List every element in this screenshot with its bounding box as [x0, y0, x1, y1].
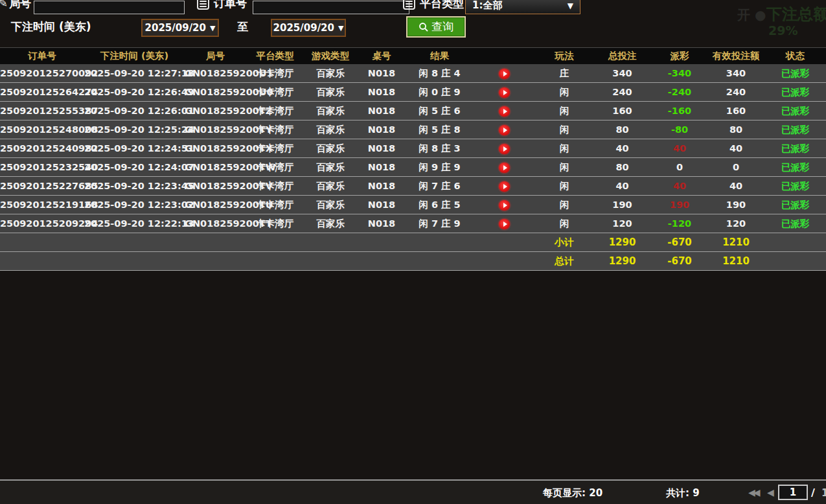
cell-result: 闲 6 庄 5 — [406, 199, 473, 211]
play-video-icon[interactable] — [499, 87, 510, 98]
result-video-cell — [473, 68, 536, 79]
cell-result: 闲 9 庄 9 — [406, 161, 473, 174]
cell-table-no: N018 — [357, 218, 406, 229]
cell-order-no: 250920125209294 — [0, 218, 84, 229]
cell-payout: -240 — [652, 87, 707, 97]
search-icon — [419, 22, 429, 32]
cell-valid-bet: 160 — [707, 106, 764, 116]
cell-play: 闲 — [536, 180, 593, 192]
cell-status: 已派彩 — [764, 218, 826, 230]
table-row: 2509201252276852025-09-20 12:23:45GN0182… — [0, 177, 826, 196]
cell-game-type: 百家乐 — [304, 143, 357, 155]
triangle-icon — [503, 203, 507, 208]
cell-status: 已派彩 — [764, 161, 826, 174]
triangle-icon — [503, 90, 507, 95]
query-button[interactable]: 查询 — [407, 17, 465, 36]
table-body: 2509201252700922025-09-20 12:27:18GN0182… — [0, 64, 826, 271]
page-separator: / — [811, 487, 815, 499]
cell-total-bet: 120 — [593, 218, 652, 229]
cell-game-type: 百家乐 — [304, 124, 357, 136]
cell-game-no: GN018259200TW — [185, 162, 246, 172]
cell-order-no: 250920125248008 — [0, 124, 84, 135]
cell-bet-time: 2025-09-20 12:26:49 — [84, 87, 185, 97]
date-to-picker[interactable]: 2025/09/20 ▼ — [271, 19, 346, 37]
col-platform: 平台类型 — [246, 50, 304, 62]
cell-total-bet: 340 — [593, 68, 652, 78]
platform-type-select[interactable]: 1:全部 ▼ — [465, 0, 580, 14]
cell-game-no: GN018259200U1 — [185, 68, 246, 78]
subtotal-row-valid_bet: 1210 — [707, 236, 764, 248]
cell-game-type: 百家乐 — [304, 67, 357, 80]
cell-valid-bet: 80 — [707, 124, 764, 135]
result-video-cell — [473, 162, 536, 173]
col-play: 玩法 — [536, 50, 593, 62]
cell-payout: 40 — [652, 143, 707, 154]
cell-result: 闲 8 庄 3 — [406, 143, 473, 155]
play-video-icon[interactable] — [499, 125, 510, 135]
pagination-bar: 每页显示: 20 共计: 9 ◀◀ ◀ / 1 — [0, 479, 826, 504]
prev-page-button[interactable]: ◀ — [767, 487, 774, 498]
game-no-label: 局号 — [9, 0, 31, 11]
cell-status: 已派彩 — [764, 86, 826, 98]
bet-records-window: { "filters": { "game_no": { "label": "局号… — [0, 0, 826, 504]
play-video-icon[interactable] — [499, 106, 510, 117]
chevron-down-icon: ▼ — [210, 24, 215, 32]
cell-order-no: 250920125264274 — [0, 87, 84, 97]
chevron-down-icon: ▼ — [568, 1, 573, 10]
total-count-label: 共计: 9 — [666, 487, 700, 499]
cell-platform: 卡卡湾厅 — [246, 161, 304, 174]
triangle-icon — [503, 222, 507, 227]
cell-game-type: 百家乐 — [304, 218, 357, 230]
col-payout: 派彩 — [652, 50, 707, 62]
page-number-input[interactable] — [778, 485, 808, 500]
platform-type-label: 平台类型 — [420, 0, 464, 11]
cell-result: 闲 7 庄 6 — [406, 180, 473, 192]
cell-bet-time: 2025-09-20 12:26:01 — [84, 106, 185, 116]
first-page-button[interactable]: ◀◀ — [748, 487, 759, 498]
play-video-icon[interactable] — [499, 163, 510, 173]
cell-table-no: N018 — [357, 181, 406, 191]
cell-game-type: 百家乐 — [304, 199, 357, 211]
cell-valid-bet: 0 — [707, 162, 764, 172]
cell-platform: 卡卡湾厅 — [246, 143, 304, 155]
cell-game-no: GN018259200TY — [185, 124, 246, 135]
game-no-input[interactable] — [34, 1, 185, 14]
date-from-picker[interactable]: 2025/09/20 ▼ — [141, 19, 219, 37]
cell-platform: 卡卡湾厅 — [246, 86, 304, 98]
page-total-cutoff: 1 — [821, 487, 826, 499]
col-total-bet: 总投注 — [593, 50, 652, 62]
per-page-label: 每页显示: 20 — [543, 487, 602, 499]
cell-status: 已派彩 — [764, 180, 826, 192]
cell-game-no: GN018259200TT — [185, 218, 246, 229]
cell-platform: 卡卡湾厅 — [246, 218, 304, 230]
play-video-icon[interactable] — [499, 219, 510, 229]
col-game-no: 局号 — [185, 50, 246, 62]
table-row: 2509201252092942025-09-20 12:22:13GN0182… — [0, 214, 826, 233]
result-video-cell — [473, 181, 536, 192]
date-to-value: 2025/09/20 — [273, 22, 334, 34]
cell-play: 庄 — [536, 67, 593, 80]
cell-total-bet: 40 — [593, 181, 652, 191]
cell-total-bet: 190 — [593, 200, 652, 210]
cell-platform: 卡卡湾厅 — [246, 124, 304, 136]
order-no-input[interactable] — [253, 1, 409, 14]
play-video-icon[interactable] — [499, 69, 510, 79]
play-video-icon[interactable] — [499, 200, 510, 211]
cell-platform: 卡卡湾厅 — [246, 180, 304, 192]
cell-bet-time: 2025-09-20 12:24:07 — [84, 162, 185, 172]
play-video-icon[interactable] — [499, 144, 510, 154]
query-button-label: 查询 — [431, 19, 453, 34]
cell-payout: 190 — [652, 200, 707, 210]
triangle-icon — [503, 165, 507, 170]
cell-game-type: 百家乐 — [304, 105, 357, 117]
date-from-value: 2025/09/20 — [145, 22, 206, 34]
subtotal-row: 小计1290-6701210 — [0, 233, 826, 252]
cell-total-bet: 40 — [593, 143, 652, 154]
total-row-total_bet: 1290 — [593, 255, 652, 267]
cell-order-no: 250920125240982 — [0, 143, 84, 154]
table-header: 订单号 下注时间 (美东) 局号 平台类型 游戏类型 桌号 结果 玩法 总投注 … — [0, 47, 826, 64]
cell-valid-bet: 240 — [707, 87, 764, 97]
pencil-icon: ✎ — [0, 0, 8, 10]
total-row: 总计1290-6701210 — [0, 252, 826, 271]
play-video-icon[interactable] — [499, 181, 510, 192]
